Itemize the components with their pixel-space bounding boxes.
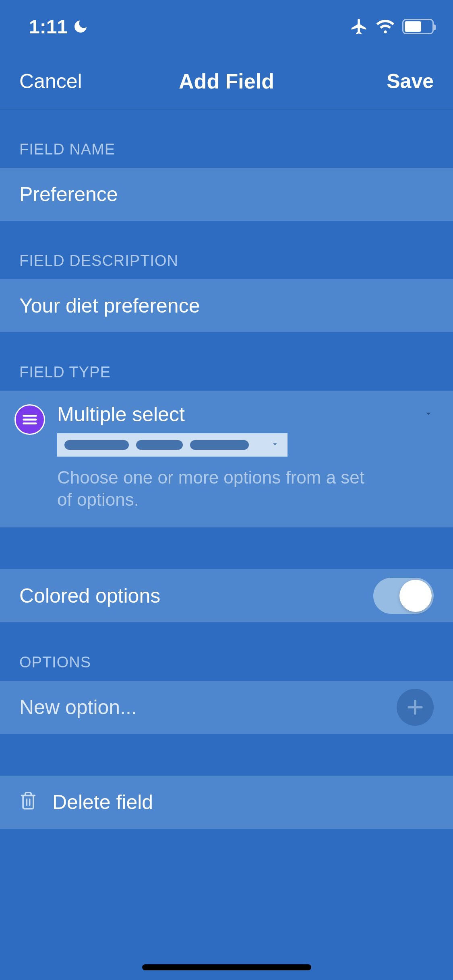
section-header-field-type: FIELD TYPE (0, 332, 453, 391)
field-type-name: Multiple select (57, 403, 185, 426)
colored-options-label: Colored options (19, 584, 160, 607)
battery-icon (402, 19, 434, 34)
battery-fill (405, 21, 421, 32)
dnd-moon-icon (72, 19, 89, 35)
status-right (350, 17, 434, 36)
status-bar: 1:11 (0, 0, 453, 53)
section-header-options: OPTIONS (0, 622, 453, 681)
new-option-row[interactable]: New option... (0, 681, 453, 734)
field-type-selector[interactable]: Multiple select Choose one or more optio… (0, 391, 453, 527)
cancel-button[interactable]: Cancel (19, 70, 82, 93)
status-time: 1:11 (29, 16, 68, 38)
preview-pill (190, 440, 249, 450)
field-description-input[interactable] (19, 294, 434, 317)
field-name-input[interactable] (19, 183, 434, 206)
preview-pill (64, 440, 129, 450)
wifi-icon (376, 18, 395, 35)
add-option-button[interactable] (397, 689, 434, 726)
home-indicator[interactable] (142, 964, 311, 970)
chevron-down-icon (423, 408, 434, 420)
nav-bar: Cancel Add Field Save (0, 53, 453, 109)
section-header-field-name: FIELD NAME (0, 109, 453, 168)
chevron-down-icon (271, 440, 279, 450)
airplane-mode-icon (350, 17, 368, 36)
field-type-preview (57, 433, 288, 457)
preview-pill (136, 440, 183, 450)
new-option-placeholder: New option... (19, 696, 137, 719)
save-button[interactable]: Save (387, 70, 434, 93)
status-left: 1:11 (29, 16, 89, 38)
field-type-description: Choose one or more options from a set of… (57, 466, 379, 511)
delete-field-button[interactable]: Delete field (0, 776, 453, 829)
page-title: Add Field (179, 69, 274, 93)
section-header-field-description: FIELD DESCRIPTION (0, 221, 453, 279)
multiple-select-icon (14, 404, 45, 435)
field-type-content: Multiple select Choose one or more optio… (57, 403, 434, 511)
colored-options-row: Colored options (0, 569, 453, 622)
field-description-cell[interactable] (0, 279, 453, 332)
field-name-cell[interactable] (0, 168, 453, 221)
toggle-knob (399, 580, 432, 612)
field-type-title-row: Multiple select (57, 403, 434, 426)
delete-field-label: Delete field (52, 791, 153, 814)
colored-options-toggle[interactable] (373, 578, 434, 614)
trash-icon (19, 791, 37, 813)
